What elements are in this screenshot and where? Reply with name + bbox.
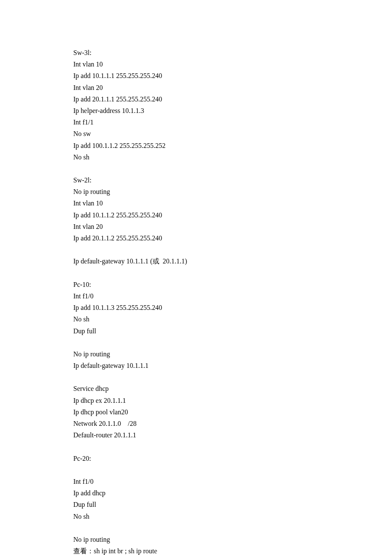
text-line: Ip add dhcp [73,487,392,499]
text-line: Ip add 10.1.1.1 255.255.255.240 [73,70,392,81]
text-line: No sw [73,128,392,139]
text-line: Network 20.1.1.0 /28 [73,418,392,429]
text-line: Ip helper-address 10.1.1.3 [73,105,392,116]
blank-line [73,441,392,452]
text-line: Ip add 10.1.1.2 255.255.255.240 [73,209,392,221]
text-line: Ip add 20.1.1.2 255.255.255.240 [73,232,392,244]
blank-line [73,244,392,255]
text-line: Ip add 10.1.1.3 255.255.255.240 [73,302,392,313]
text-line: No sh [73,313,392,325]
blank-line [73,267,392,279]
blank-line [73,371,392,383]
text-line: Pc-20: [73,453,392,464]
text-line: Ip default-gateway 10.1.1.1 [73,360,392,371]
text-line: Ip add 100.1.1.2 255.255.255.252 [73,140,392,151]
text-line: Sw-3l: [73,47,392,58]
blank-line [73,163,392,174]
text-line: Ip default-gateway 10.1.1.1 (或 20.1.1.1) [73,255,392,267]
text-line: 查看：sh ip int br ; sh ip route [73,545,392,555]
text-line: Ip dhcp ex 20.1.1.1 [73,395,392,406]
text-line: Int vlan 20 [73,82,392,93]
text-line: Int f1/0 [73,290,392,302]
blank-line [73,337,392,348]
text-line: No sh [73,511,392,522]
text-line: No ip routing [73,534,392,545]
text-line: Pc-10: [73,279,392,290]
text-line: Ip dhcp pool vlan20 [73,406,392,418]
text-line: Dup full [73,325,392,337]
text-line: Int vlan 20 [73,221,392,232]
blank-line [73,464,392,476]
text-line: Dup full [73,499,392,510]
text-line: No ip routing [73,348,392,360]
text-line: Default-router 20.1.1.1 [73,429,392,441]
blank-line [73,522,392,534]
text-line: Int vlan 10 [73,58,392,70]
text-line: Int f1/0 [73,476,392,487]
text-line: Service dhcp [73,383,392,394]
text-line: Ip add 20.1.1.1 255.255.255.240 [73,93,392,105]
document-page: Sw-3l:Int vlan 10Ip add 10.1.1.1 255.255… [0,0,392,555]
text-line: No sh [73,151,392,163]
text-line: Int f1/1 [73,116,392,128]
text-line: No ip routing [73,186,392,197]
text-line: Int vlan 10 [73,197,392,209]
text-line: Sw-2l: [73,174,392,186]
